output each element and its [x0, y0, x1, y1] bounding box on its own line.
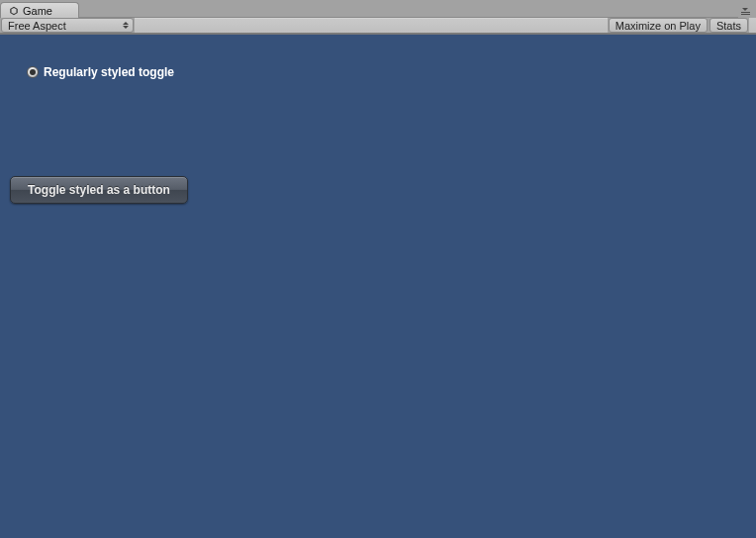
button-toggle-label: Toggle styled as a button [28, 183, 170, 197]
regular-toggle[interactable]: Regularly styled toggle [27, 65, 174, 79]
game-toolbar: Free Aspect Maximize on Play Stats [0, 18, 756, 34]
game-window: Game Free Aspect Maximize on Play Stats [0, 0, 756, 538]
stats-button[interactable]: Stats [709, 18, 748, 33]
updown-icon [123, 22, 129, 29]
toggle-radio-icon[interactable] [27, 66, 39, 78]
aspect-dropdown[interactable]: Free Aspect [1, 18, 134, 33]
toolbar-spacer [135, 18, 608, 33]
unity-icon [9, 6, 19, 16]
aspect-dropdown-label: Free Aspect [8, 20, 66, 32]
toolbar-end [749, 18, 756, 33]
maximize-on-play-button[interactable]: Maximize on Play [609, 18, 708, 33]
game-viewport: Regularly styled toggle Toggle styled as… [0, 34, 756, 538]
stats-label: Stats [716, 20, 741, 32]
maximize-label: Maximize on Play [615, 20, 701, 32]
button-style-toggle[interactable]: Toggle styled as a button [10, 176, 188, 204]
regular-toggle-label: Regularly styled toggle [44, 65, 174, 79]
tab-label: Game [23, 5, 52, 17]
panel-menu-icon[interactable] [738, 8, 752, 18]
tab-bar-spacer [79, 17, 738, 18]
tab-game[interactable]: Game [0, 2, 79, 18]
tab-bar: Game [0, 0, 756, 18]
